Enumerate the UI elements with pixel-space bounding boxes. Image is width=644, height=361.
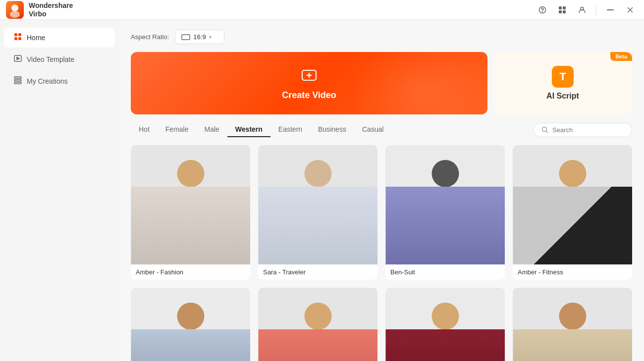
tab-western[interactable]: Western: [227, 122, 270, 137]
tab-female[interactable]: Female: [158, 122, 197, 137]
banners: Create Video Beta T AI Script: [131, 52, 632, 114]
sidebar-item-my-creations[interactable]: My Creations: [4, 71, 115, 91]
avatar-name: Amber - Fitness: [513, 264, 632, 280]
window-controls: [535, 3, 638, 17]
svg-rect-19: [14, 77, 21, 78]
minimize-button[interactable]: [602, 3, 618, 17]
beta-badge: Beta: [610, 52, 632, 61]
svg-rect-8: [563, 10, 566, 13]
face-circle: [559, 160, 586, 187]
face-circle: [431, 303, 459, 330]
avatar-placeholder: [258, 288, 377, 361]
grid-button[interactable]: [554, 3, 570, 17]
aspect-ratio-select[interactable]: 16:9 ▾: [175, 30, 224, 44]
sidebar-item-home[interactable]: Home: [4, 28, 115, 48]
avatar-image: ♥VIP: [131, 288, 250, 361]
search-input[interactable]: [552, 126, 622, 134]
svg-rect-6: [563, 6, 566, 9]
avatar-image: ♥VIP: [258, 145, 377, 264]
svg-marker-18: [17, 57, 19, 60]
avatar-image: ♥VIP: [513, 145, 632, 264]
close-button[interactable]: [622, 3, 638, 17]
app-logo: [6, 1, 24, 19]
svg-line-27: [546, 131, 548, 133]
chevron-down-icon: ▾: [209, 34, 212, 40]
avatar-card-amber-fitness[interactable]: ♥VIP Amber - Fitness: [513, 145, 632, 280]
avatar-name: Ben-Suit: [385, 264, 505, 280]
svg-point-4: [542, 11, 543, 12]
home-icon: [14, 33, 22, 43]
filter-section: Hot Female Male Western Eastern Business…: [131, 122, 632, 137]
avatar-placeholder: [131, 145, 250, 264]
body-shape: [131, 187, 250, 264]
svg-rect-21: [14, 82, 21, 84]
create-video-banner[interactable]: Create Video: [131, 52, 487, 114]
tab-hot[interactable]: Hot: [131, 122, 158, 137]
svg-point-2: [10, 11, 20, 18]
aspect-ratio-bar: Aspect Ratio: 16:9 ▾: [131, 30, 632, 44]
face-circle: [431, 160, 459, 187]
search-icon: [541, 126, 548, 133]
svg-point-1: [11, 4, 18, 11]
create-video-label: Create Video: [282, 90, 336, 101]
user-button[interactable]: [574, 3, 590, 17]
avatar-card-amber-fashion-1[interactable]: ♥VIP Amber - Fashion: [131, 145, 250, 280]
svg-rect-20: [14, 80, 21, 81]
separator: [596, 5, 596, 15]
main-layout: Home Video Template My Creations: [0, 20, 644, 361]
tab-business[interactable]: Business: [310, 122, 354, 137]
avatar-placeholder: [385, 145, 505, 264]
filter-tabs: Hot Female Male Western Eastern Business…: [131, 122, 391, 137]
avatar-image: ♥VIP: [513, 288, 632, 361]
face-circle: [177, 160, 204, 187]
body-shape: [385, 187, 505, 264]
body-shape: [513, 329, 632, 361]
ai-script-label: AI Script: [546, 92, 579, 101]
avatar-card-sara-traveler[interactable]: ♥VIP Sara - Traveler: [258, 145, 377, 280]
avatar-card-mate-casual[interactable]: ♥VIP Mate - Casual: [513, 288, 632, 361]
avatar-card-amber-fashion-2[interactable]: ♥VIP Amber - Fashion: [385, 288, 505, 361]
ai-script-banner[interactable]: Beta T AI Script: [493, 52, 632, 114]
face-circle: [177, 303, 204, 330]
avatar-card-rafael-business[interactable]: ♥VIP Rafael - Business: [131, 288, 250, 361]
avatar-image: ♥VIP: [385, 288, 505, 361]
main-content: Aspect Ratio: 16:9 ▾ Create Vid: [119, 20, 644, 361]
help-button[interactable]: [535, 3, 550, 17]
svg-rect-10: [607, 9, 614, 10]
sidebar: Home Video Template My Creations: [0, 20, 119, 361]
tab-casual[interactable]: Casual: [354, 122, 392, 137]
sidebar-creations-label: My Creations: [27, 77, 67, 85]
avatar-name: Amber - Fashion: [131, 264, 250, 280]
sidebar-item-video-template[interactable]: Video Template: [4, 50, 115, 69]
ai-script-icon: T: [552, 66, 574, 88]
avatar-placeholder: [385, 288, 505, 361]
svg-rect-5: [559, 6, 562, 9]
search-box[interactable]: [533, 123, 632, 137]
avatar-name: Sara - Traveler: [258, 264, 377, 280]
body-shape: [258, 187, 377, 264]
face-circle: [304, 303, 331, 330]
avatar-image: ♥VIP: [131, 145, 250, 264]
svg-rect-13: [14, 33, 17, 36]
tab-male[interactable]: Male: [196, 122, 227, 137]
body-shape: [131, 329, 250, 361]
avatar-card-amber-summer[interactable]: ♥VIP Amber - Summer: [258, 288, 377, 361]
avatar-placeholder: [513, 145, 632, 264]
body-shape: [513, 187, 632, 264]
sidebar-video-label: Video Template: [27, 55, 74, 63]
face-circle: [559, 303, 586, 330]
aspect-ratio-value: 16:9: [193, 33, 206, 41]
avatar-placeholder: [258, 145, 377, 264]
svg-rect-15: [14, 37, 17, 40]
avatar-grid: ♥VIP Amber - Fashion ♥VIP: [131, 145, 632, 361]
avatar-placeholder: [131, 288, 250, 361]
tab-eastern[interactable]: Eastern: [270, 122, 310, 137]
svg-rect-7: [559, 10, 562, 13]
aspect-ratio-label: Aspect Ratio:: [131, 33, 169, 41]
app-identity: Wondershare Virbo: [6, 1, 73, 19]
avatar-image: ♥VIP: [258, 288, 377, 361]
avatar-card-ben-suit[interactable]: ♥VIP Ben-Suit: [385, 145, 505, 280]
svg-rect-16: [18, 37, 21, 40]
svg-rect-22: [182, 35, 190, 40]
app-name: Wondershare Virbo: [29, 1, 73, 18]
